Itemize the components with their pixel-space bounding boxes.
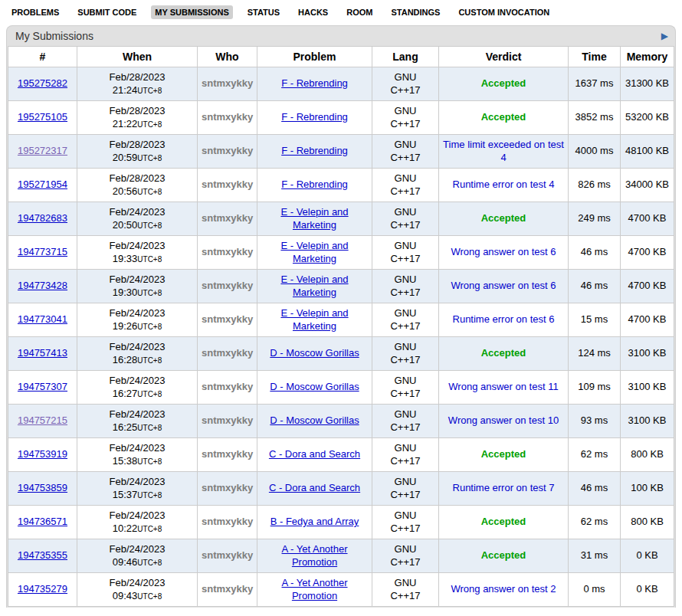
memory-used: 3100 KB [621,405,674,438]
submission-author-link[interactable]: sntmxykky [202,482,253,493]
submission-verdict-cell: Wrong answer on test 6 [439,270,569,303]
submission-author-link[interactable]: sntmxykky [202,549,253,561]
problem-link[interactable]: E - Velepin and Marketing [280,274,348,298]
submission-lang-cell: GNUC++17 [372,101,439,135]
submission-id-link[interactable]: 195271954 [18,179,67,190]
submission-verdict-cell: Accepted [439,438,569,472]
verdict-text: Wrong answer on test 11 [448,381,558,392]
submission-lang-cell: GNUC++17 [372,135,439,169]
nav-item-my-submissions[interactable]: MY SUBMISSIONS [151,5,232,19]
submission-author-link[interactable]: sntmxykky [202,448,253,460]
submission-row: 195275105 Feb/28/2023 21:22UTC+8 sntmxyk… [8,101,674,135]
nav-item-status[interactable]: STATUS [244,5,284,19]
submission-id-cell: 194757215 [8,405,77,438]
nav-item-custom-invocation[interactable]: CUSTOM INVOCATION [454,5,553,19]
problem-link[interactable]: D - Moscow Gorillas [270,347,359,359]
submission-id-link[interactable]: 194753919 [18,448,67,460]
submission-id-link[interactable]: 194773428 [18,280,67,291]
execution-time: 3852 ms [569,101,621,135]
submission-id-link[interactable]: 194757413 [18,347,67,359]
submission-when-cell: Feb/28/2023 20:56UTC+8 [77,169,198,202]
memory-used: 3100 KB [621,337,674,371]
timezone-label: UTC+8 [137,120,162,129]
verdict-text: Accepted [481,77,526,89]
submission-when-cell: Feb/24/2023 15:38UTC+8 [77,438,198,472]
submission-row: 194735279 Feb/24/2023 09:43UTC+8 sntmxyk… [8,573,674,607]
submission-id-link[interactable]: 194757215 [18,414,67,426]
column-header-verdict: Verdict [439,47,569,67]
submission-author-link[interactable]: sntmxykky [202,347,253,359]
submission-problem-cell: E - Velepin and Marketing [257,303,372,337]
problem-link[interactable]: C - Dora and Search [269,448,360,460]
submission-id-link[interactable]: 194735355 [18,549,67,561]
memory-used: 4700 KB [621,202,674,236]
submission-author-link[interactable]: sntmxykky [202,145,253,156]
nav-item-problems[interactable]: PROBLEMS [8,5,63,19]
submission-author-link[interactable]: sntmxykky [202,77,253,89]
nav-item-room[interactable]: ROOM [343,5,376,19]
nav-item-submit-code[interactable]: SUBMIT CODE [74,5,140,19]
problem-link[interactable]: A - Yet Another Promotion [281,577,347,601]
memory-used: 100 KB [621,472,674,506]
submission-date: Feb/24/2023 [81,274,193,287]
problem-link[interactable]: A - Yet Another Promotion [281,543,347,568]
memory-used: 0 KB [621,539,674,573]
verdict-text: Wrong answer on test 6 [451,280,556,291]
problem-link[interactable]: E - Velepin and Marketing [280,307,348,332]
submission-id-link[interactable]: 194753859 [18,482,67,493]
submission-time: 15:37UTC+8 [81,489,193,502]
problem-link[interactable]: B - Fedya and Array [271,516,359,527]
problem-link[interactable]: F - Rebrending [281,111,348,123]
submission-problem-cell: A - Yet Another Promotion [257,539,372,573]
submission-problem-cell: E - Velepin and Marketing [257,270,372,303]
submission-author-link[interactable]: sntmxykky [202,313,253,325]
submission-when-cell: Feb/24/2023 16:25UTC+8 [77,405,198,438]
nav-item-hacks[interactable]: HACKS [294,5,332,19]
problem-link[interactable]: F - Rebrending [281,145,348,156]
submission-author-link[interactable]: sntmxykky [202,179,253,190]
submission-id-link[interactable]: 194773041 [18,313,67,325]
submission-id-link[interactable]: 194735279 [18,583,67,595]
verdict-text: Runtime error on test 6 [453,313,555,325]
problem-link[interactable]: C - Dora and Search [269,482,360,493]
submission-id-link[interactable]: 194773715 [18,246,67,257]
submission-id-link[interactable]: 194782683 [18,212,67,224]
submission-date: Feb/28/2023 [81,105,193,118]
problem-link[interactable]: D - Moscow Gorillas [270,414,359,426]
submission-author-link[interactable]: sntmxykky [202,246,253,257]
timezone-label: UTC+8 [137,525,162,533]
submission-author-link[interactable]: sntmxykky [202,414,253,426]
submission-row: 194753859 Feb/24/2023 15:37UTC+8 sntmxyk… [8,472,674,506]
column-header-time: Time [569,47,621,67]
submission-who-cell: sntmxykky [198,236,257,270]
submission-author-link[interactable]: sntmxykky [202,516,253,527]
submission-id-link[interactable]: 194736571 [18,516,67,527]
submission-who-cell: sntmxykky [198,337,257,371]
submission-lang-cell: GNUC++17 [372,270,439,303]
memory-used: 0 KB [621,573,674,607]
submission-time: 09:46UTC+8 [81,556,193,569]
execution-time: 46 ms [569,270,621,303]
submission-author-link[interactable]: sntmxykky [202,280,253,291]
submission-author-link[interactable]: sntmxykky [202,381,253,392]
problem-link[interactable]: F - Rebrending [281,179,348,190]
execution-time: 826 ms [569,169,621,202]
problem-link[interactable]: F - Rebrending [281,77,348,89]
nav-item-standings[interactable]: STANDINGS [387,5,444,19]
timezone-label: UTC+8 [137,390,162,398]
problem-link[interactable]: D - Moscow Gorillas [270,381,359,392]
verdict-text: Accepted [481,347,526,359]
problem-link[interactable]: E - Velepin and Marketing [280,206,348,231]
submission-author-link[interactable]: sntmxykky [202,583,253,595]
submission-id-link[interactable]: 194757307 [18,381,67,392]
submission-id-link[interactable]: 195272317 [18,145,67,156]
problem-link[interactable]: E - Velepin and Marketing [280,240,348,264]
submission-id-cell: 194753919 [8,438,77,472]
submission-problem-cell: D - Moscow Gorillas [257,337,372,371]
submission-author-link[interactable]: sntmxykky [202,111,253,123]
submission-id-link[interactable]: 195275282 [18,77,67,89]
submission-id-link[interactable]: 195275105 [18,111,67,123]
table-header-row: #WhenWhoProblemLangVerdictTimeMemory [8,47,674,67]
submission-author-link[interactable]: sntmxykky [202,212,253,224]
expand-arrow-icon[interactable]: ▶ [661,31,668,41]
